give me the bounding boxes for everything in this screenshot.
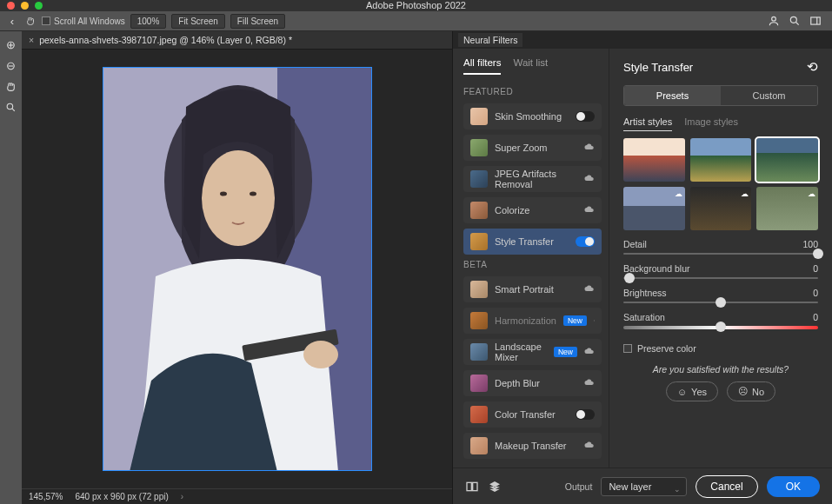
workspace-icon[interactable] (809, 15, 822, 28)
canvas-image (103, 67, 372, 471)
ok-button[interactable]: OK (767, 476, 820, 497)
filter-super-zoom[interactable]: Super Zoom (463, 135, 602, 161)
slider-saturation[interactable]: Saturation0 (623, 312, 818, 329)
cloud-download-icon[interactable] (584, 143, 595, 153)
yes-button[interactable]: ☺Yes (666, 381, 718, 401)
svg-point-9 (220, 192, 227, 196)
filter-label: Skin Smoothing (495, 111, 569, 122)
cloud-download-icon[interactable] (594, 315, 595, 326)
cloud-download-icon[interactable] (584, 441, 595, 451)
toggle-icon[interactable] (576, 111, 595, 122)
svg-point-0 (771, 17, 775, 21)
toggle-icon[interactable] (576, 409, 595, 420)
filter-thumb (470, 343, 488, 361)
filter-harmonization[interactable]: Harmonization New (463, 308, 602, 334)
document-tab-label: pexels-anna-shvets-3987107.jpeg @ 146% (… (39, 35, 292, 45)
filter-depth-blur[interactable]: Depth Blur (463, 370, 602, 396)
maximize-window-dot[interactable] (35, 2, 43, 10)
slider-brightness[interactable]: Brightness0 (623, 288, 818, 303)
seg-custom[interactable]: Custom (721, 86, 817, 105)
filter-colorize[interactable]: Colorize (463, 197, 602, 223)
top-toolbar: ‹ Scroll All Windows 100% Fit Screen Fil… (0, 11, 832, 31)
tab-artist-styles[interactable]: Artist styles (623, 116, 672, 131)
chevron-down-icon: ⌄ (674, 485, 681, 494)
reset-icon[interactable]: ⟲ (807, 59, 818, 75)
svg-point-3 (7, 103, 13, 109)
filter-jpeg-artifacts[interactable]: JPEG Artifacts Removal (463, 166, 602, 192)
tab-image-styles[interactable]: Image styles (684, 116, 738, 131)
output-value: New layer (609, 481, 651, 492)
cloud-download-icon[interactable] (584, 284, 595, 295)
style-preset[interactable]: ☁ (756, 187, 818, 230)
smile-icon: ☺ (677, 387, 687, 397)
cloud-download-icon[interactable] (584, 205, 595, 216)
filter-color-transfer[interactable]: Color Transfer (463, 401, 602, 428)
filter-thumb (470, 202, 488, 219)
no-button[interactable]: ☹No (727, 381, 775, 401)
close-window-dot[interactable] (7, 2, 15, 10)
hand-tool-icon[interactable] (24, 15, 37, 27)
fit-screen-button[interactable]: Fit Screen (171, 14, 225, 29)
zoom-pct-button[interactable]: 100% (130, 14, 167, 29)
filter-thumb (470, 233, 488, 250)
slider-detail[interactable]: Detail100 (623, 239, 818, 255)
filter-smart-portrait[interactable]: Smart Portrait (463, 276, 602, 302)
cloud-download-icon[interactable] (584, 347, 595, 357)
style-transfer-settings: Style Transfer ⟲ Presets Custom Artist s… (609, 49, 832, 468)
status-zoom: 145,57% (29, 492, 63, 501)
magnify-icon[interactable] (3, 99, 19, 115)
satisfied-prompt: Are you satisfied with the results? (623, 364, 818, 375)
cloud-download-icon[interactable] (584, 378, 595, 388)
filter-list: All filters Wait list FEATURED Skin Smoo… (453, 49, 609, 468)
status-chevron-icon[interactable]: › (181, 492, 183, 501)
before-after-icon[interactable] (465, 480, 479, 494)
slider-label: Detail (623, 239, 647, 249)
section-beta: BETA (463, 260, 602, 269)
slider-label: Brightness (623, 288, 667, 298)
cloud-download-icon[interactable] (584, 174, 595, 184)
seg-presets[interactable]: Presets (624, 86, 721, 105)
minimize-window-dot[interactable] (21, 2, 29, 10)
canvas-viewport[interactable] (22, 50, 452, 488)
tab-wait-list[interactable]: Wait list (513, 57, 548, 75)
slider-bgblur[interactable]: Background blur0 (623, 263, 818, 279)
filter-skin-smoothing[interactable]: Skin Smoothing (463, 103, 602, 129)
slider-label: Background blur (623, 263, 689, 274)
close-tab-icon[interactable]: × (29, 35, 34, 45)
search-icon[interactable] (788, 15, 801, 28)
filter-label: Style Transfer (495, 236, 569, 247)
section-featured: FEATURED (463, 87, 602, 96)
scroll-all-checkbox[interactable]: Scroll All Windows (42, 17, 125, 26)
filter-thumb (470, 437, 488, 454)
style-preset[interactable] (756, 138, 818, 182)
neural-filters-panel: Neural Filters All filters Wait list FEA… (452, 31, 832, 504)
document-tab[interactable]: × pexels-anna-shvets-3987107.jpeg @ 146%… (22, 31, 452, 50)
checkbox-icon (623, 344, 632, 353)
checkbox-icon (42, 17, 50, 25)
bottom-bar: Output New layer ⌄ Cancel OK (453, 468, 832, 504)
style-preset[interactable]: ☁ (623, 187, 685, 230)
filter-makeup-transfer[interactable]: Makeup Transfer (463, 433, 602, 459)
back-chevron-icon[interactable]: ‹ (5, 15, 19, 28)
style-preset[interactable] (690, 138, 752, 182)
presets-custom-segment[interactable]: Presets Custom (623, 85, 818, 106)
style-preset[interactable] (623, 138, 685, 182)
style-preset[interactable]: ☁ (690, 187, 752, 230)
account-icon[interactable] (767, 15, 780, 28)
tab-all-filters[interactable]: All filters (463, 57, 501, 75)
preserve-color-checkbox[interactable]: Preserve color (623, 343, 818, 354)
fill-screen-button[interactable]: Fill Screen (230, 14, 285, 29)
zoom-in-icon[interactable]: ⊕ (3, 36, 19, 52)
toggle-icon[interactable] (576, 236, 595, 247)
hand-tool-icon[interactable] (3, 78, 19, 94)
neural-filters-tab[interactable]: Neural Filters (458, 33, 522, 47)
slider-value: 0 (813, 263, 818, 274)
filter-landscape-mixer[interactable]: Landscape Mixer New (463, 339, 602, 365)
layers-icon[interactable] (488, 480, 502, 494)
filter-style-transfer[interactable]: Style Transfer (463, 229, 602, 255)
output-select[interactable]: New layer ⌄ (601, 477, 687, 496)
zoom-out-icon[interactable]: ⊖ (3, 57, 19, 73)
left-tools: ⊕ ⊖ (0, 31, 22, 504)
cancel-button[interactable]: Cancel (696, 475, 757, 498)
filter-label: Colorize (495, 205, 577, 216)
